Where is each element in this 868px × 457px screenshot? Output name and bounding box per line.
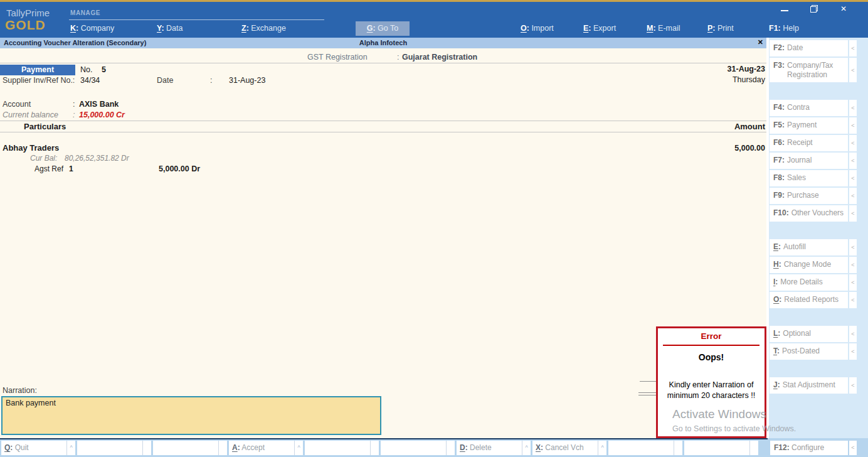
- gst-registration-label: GST Registration: [307, 53, 368, 62]
- sidebar-button-e[interactable]: E:Autofill: [770, 239, 848, 255]
- bottom-button-empty: [381, 441, 455, 455]
- top-menu-e-mail[interactable]: M: E-mail: [647, 24, 680, 33]
- sidebar-button-f3[interactable]: F3:Company/Tax Registration: [770, 58, 848, 82]
- top-menu-data[interactable]: Y: Data: [157, 24, 183, 33]
- bottom-button-quit[interactable]: Q: Quit^: [1, 441, 75, 455]
- chevron-left-icon[interactable]: <: [849, 205, 857, 222]
- activate-windows-watermark: Activate Windows: [672, 407, 766, 421]
- sidebar-button-f10[interactable]: F10:Other Vouchers: [770, 205, 848, 222]
- top-menu-help[interactable]: F1: Help: [769, 24, 799, 33]
- supplier-inv-value[interactable]: 34/34: [80, 76, 100, 85]
- sidebar-button-f9[interactable]: F9:Purchase: [770, 188, 848, 204]
- chevron-left-icon[interactable]: <: [849, 377, 857, 394]
- chevron-left-icon[interactable]: <: [849, 40, 857, 56]
- account-separator: :: [73, 100, 75, 109]
- account-value[interactable]: AXIS Bank: [79, 100, 119, 109]
- sidebar-button-t[interactable]: T:Post-Dated: [770, 343, 848, 360]
- chevron-left-icon[interactable]: <: [849, 153, 857, 169]
- right-button-panel: F2:Date<F3:Company/Tax Registration<F4:C…: [769, 38, 868, 457]
- divider: [0, 132, 766, 132]
- sidebar-button-list: F2:Date<F3:Company/Tax Registration<F4:C…: [770, 40, 857, 395]
- bottom-button-delete[interactable]: D: Delete^: [457, 441, 531, 455]
- error-dialog-rule: [663, 345, 760, 346]
- configure-slot: F12: Configure <: [770, 441, 857, 455]
- voucher-date: 31-Aug-23: [728, 65, 765, 73]
- sidebar-button-h[interactable]: H:Change Mode: [770, 257, 848, 273]
- sidebar-button-l[interactable]: L:Optional: [770, 326, 848, 342]
- brand-tallyprime: TallyPrime: [6, 8, 50, 18]
- minimize-button[interactable]: [778, 3, 791, 15]
- sidebar-button-f6[interactable]: F6:Receipt: [770, 135, 848, 151]
- amount-header: Amount: [734, 122, 765, 131]
- sidebar-row-j: J:Stat Adjustment<: [770, 377, 857, 394]
- narration-label: Narration:: [3, 386, 37, 395]
- date-separator: :: [210, 76, 212, 85]
- chevron-left-icon[interactable]: <: [849, 170, 857, 186]
- sidebar-button-o[interactable]: O:Related Reports: [770, 292, 848, 308]
- company-name: Alpha Infotech: [0, 39, 766, 46]
- chevron-left-icon[interactable]: <: [849, 274, 857, 291]
- sidebar-row-h: H:Change Mode<: [770, 257, 857, 273]
- chevron-left-icon[interactable]: <: [849, 135, 857, 151]
- top-menu-export[interactable]: E: Export: [583, 24, 616, 33]
- restore-button[interactable]: [807, 3, 821, 15]
- chevron-left-icon[interactable]: <: [849, 326, 857, 342]
- goto-button[interactable]: G: Go To: [356, 21, 410, 36]
- account-label: Account: [3, 100, 31, 109]
- sidebar-row-o: O:Related Reports<: [770, 292, 857, 308]
- gst-separator: :: [397, 53, 399, 62]
- agst-ref-label: Agst Ref: [34, 164, 63, 173]
- sidebar-button-f5[interactable]: F5:Payment: [770, 117, 848, 134]
- screen-title-bar: Accounting Voucher Alteration (Secondary…: [0, 38, 766, 48]
- chevron-left-icon[interactable]: <: [849, 239, 857, 255]
- sidebar-button-f7[interactable]: F7:Journal: [770, 153, 848, 169]
- caret-up-icon: ^: [295, 441, 303, 455]
- sidebar-button-i[interactable]: I:More Details: [770, 274, 848, 291]
- amount-total-rule: [640, 381, 657, 382]
- chevron-left-icon[interactable]: <: [849, 257, 857, 273]
- top-menu-bar: TallyPrime GOLD MANAGE K: CompanyY: Data…: [0, 2, 868, 38]
- top-menu-import[interactable]: O: Import: [521, 24, 554, 33]
- bottom-button-empty: [305, 441, 379, 455]
- sidebar-row-f8: F8:Sales<: [770, 170, 857, 186]
- caret-up-icon: ^: [67, 441, 75, 455]
- chevron-left-icon[interactable]: <: [849, 117, 857, 134]
- sidebar-button-f8[interactable]: F8:Sales: [770, 170, 848, 186]
- chevron-left-icon[interactable]: <: [849, 441, 857, 455]
- top-menu-company[interactable]: K: Company: [70, 24, 114, 33]
- close-icon[interactable]: ✕: [758, 38, 763, 46]
- gst-registration-value[interactable]: Gujarat Registration: [402, 53, 477, 62]
- configure-button[interactable]: F12: Configure: [770, 441, 848, 455]
- agst-ref-amount[interactable]: 5,000.00 Dr: [159, 164, 200, 173]
- bottom-button-cancel-vch[interactable]: X: Cancel Vch^: [532, 441, 606, 455]
- sidebar-button-f2[interactable]: F2:Date: [770, 40, 848, 56]
- chevron-left-icon[interactable]: <: [849, 292, 857, 308]
- caret-up-icon: ^: [522, 441, 531, 455]
- close-window-button[interactable]: ✕: [837, 3, 850, 15]
- amount-total-double-rule: [638, 392, 657, 393]
- date-value[interactable]: 31-Aug-23: [229, 76, 265, 85]
- chevron-left-icon[interactable]: <: [849, 100, 857, 116]
- ledger-amount[interactable]: 5,000.00: [734, 144, 765, 153]
- top-menu-print[interactable]: P: Print: [707, 24, 734, 33]
- chevron-left-icon[interactable]: <: [849, 58, 857, 82]
- sidebar-button-f4[interactable]: F4:Contra: [770, 100, 848, 116]
- voucher-no-value[interactable]: 5: [102, 65, 106, 74]
- chevron-left-icon[interactable]: <: [849, 343, 857, 360]
- sidebar-button-j[interactable]: J:Stat Adjustment: [770, 377, 848, 394]
- ledger-name[interactable]: Abhay Traders: [3, 143, 59, 153]
- narration-input[interactable]: Bank payment: [1, 396, 381, 435]
- agst-ref-no[interactable]: 1: [69, 164, 73, 173]
- date-label: Date: [157, 76, 173, 85]
- bottom-button-bar: Q: Quit^A: Accept^D: Delete^X: Cancel Vc…: [0, 438, 868, 457]
- voucher-day: Thursday: [733, 75, 765, 84]
- top-menu-exchange[interactable]: Z: Exchange: [241, 24, 286, 33]
- bottom-button-accept[interactable]: A: Accept^: [229, 441, 303, 455]
- current-balance-value: 15,000.00 Cr: [79, 110, 125, 119]
- bottom-button-empty: [153, 441, 227, 455]
- particulars-header: Particulars: [24, 122, 66, 131]
- caret-up-icon: ^: [598, 441, 606, 455]
- chevron-left-icon[interactable]: <: [849, 188, 857, 204]
- minimize-icon: [781, 10, 788, 11]
- bottom-slots: Q: Quit^A: Accept^D: Delete^X: Cancel Vc…: [1, 441, 758, 455]
